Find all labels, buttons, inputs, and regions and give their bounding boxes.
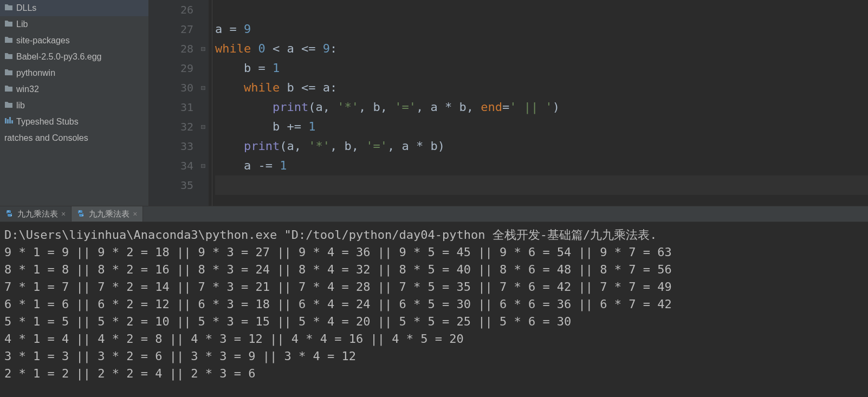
line-number[interactable]: 26 xyxy=(149,0,193,19)
folder-icon xyxy=(4,84,13,94)
run-tab-1[interactable]: 九九乘法表× xyxy=(72,206,143,222)
folder-icon xyxy=(4,101,13,110)
svg-point-4 xyxy=(8,211,9,212)
indent-guide xyxy=(212,0,212,206)
code-editor[interactable]: 262728⊟2930⊟3132⊟3334⊟35 a = 9while 0 < … xyxy=(149,0,868,206)
tree-item-win32[interactable]: win32 xyxy=(0,81,148,97)
svg-point-6 xyxy=(79,211,80,212)
line-number[interactable]: 30⊟ xyxy=(149,78,193,97)
run-tabs-bar[interactable]: 九九乘法表×九九乘法表× xyxy=(0,206,868,222)
run-tab-0[interactable]: 九九乘法表× xyxy=(0,206,72,222)
code-line[interactable]: while 0 < a <= 9: xyxy=(215,39,868,58)
typeshed-icon xyxy=(4,116,13,127)
close-icon[interactable]: × xyxy=(61,210,66,218)
code-line[interactable]: a = 9 xyxy=(215,19,868,39)
code-line[interactable] xyxy=(215,175,868,195)
tree-item-label: win32 xyxy=(16,84,39,94)
line-number[interactable]: 34⊟ xyxy=(149,156,193,175)
fold-icon[interactable]: ⊟ xyxy=(201,39,205,58)
editor-gutter: 262728⊟2930⊟3132⊟3334⊟35 xyxy=(149,0,209,206)
run-tab-label: 九九乘法表 xyxy=(89,209,129,219)
fold-icon[interactable]: ⊟ xyxy=(201,156,205,175)
python-file-icon xyxy=(77,209,86,219)
folder-icon xyxy=(4,36,13,45)
run-console-output[interactable]: D:\Users\liyinhua\Anaconda3\python.exe "… xyxy=(0,222,868,397)
fold-icon[interactable]: ⊟ xyxy=(201,78,205,97)
line-number[interactable]: 27 xyxy=(149,19,193,39)
run-tab-label: 九九乘法表 xyxy=(17,209,58,219)
tree-item-site-packages[interactable]: site-packages xyxy=(0,32,148,49)
svg-rect-2 xyxy=(9,117,11,123)
svg-rect-0 xyxy=(5,118,7,123)
close-icon[interactable]: × xyxy=(133,210,137,218)
line-number[interactable]: 33 xyxy=(149,136,193,156)
code-line[interactable] xyxy=(215,0,868,19)
line-number[interactable]: 35 xyxy=(149,175,193,195)
tree-item-label: pythonwin xyxy=(16,68,55,78)
folder-icon xyxy=(4,68,13,78)
tree-item-label: Typeshed Stubs xyxy=(16,117,79,127)
svg-rect-1 xyxy=(7,119,9,123)
code-line[interactable]: while b <= a: xyxy=(215,78,868,97)
tree-item-label: Babel-2.5.0-py3.6.egg xyxy=(16,52,101,62)
folder-icon xyxy=(4,52,13,62)
code-line[interactable]: a -= 1 xyxy=(215,156,868,175)
editor-code-area[interactable]: a = 9while 0 < a <= 9: b = 1 while b <= … xyxy=(209,0,868,206)
tree-item-typeshed-stubs[interactable]: Typeshed Stubs xyxy=(0,114,148,130)
tree-item-lib[interactable]: Lib xyxy=(0,16,148,32)
tree-item-lib[interactable]: lib xyxy=(0,97,148,114)
fold-icon[interactable]: ⊟ xyxy=(201,117,205,136)
svg-rect-3 xyxy=(11,120,13,123)
project-sidebar[interactable]: DLLsLibsite-packagesBabel-2.5.0-py3.6.eg… xyxy=(0,0,149,206)
svg-point-5 xyxy=(11,215,12,216)
folder-icon xyxy=(4,19,13,29)
line-number[interactable]: 31 xyxy=(149,97,193,117)
tree-item-pythonwin[interactable]: pythonwin xyxy=(0,65,148,81)
tree-item-dlls[interactable]: DLLs xyxy=(0,0,148,16)
code-line[interactable]: print(a, '*', b, '=', a * b, end=' || ') xyxy=(215,97,868,117)
scratches-and-consoles[interactable]: ratches and Consoles xyxy=(0,130,148,146)
tree-item-label: DLLs xyxy=(16,3,36,13)
svg-point-7 xyxy=(82,215,83,216)
tree-item-label: Lib xyxy=(16,19,28,29)
code-line[interactable]: b = 1 xyxy=(215,58,868,78)
line-number[interactable]: 29 xyxy=(149,58,193,78)
scratches-label: ratches and Consoles xyxy=(4,133,88,143)
tree-item-label: site-packages xyxy=(16,36,70,45)
tree-item-babel-2-5-0-py3-6-egg[interactable]: Babel-2.5.0-py3.6.egg xyxy=(0,49,148,65)
code-line[interactable]: print(a, '*', b, '=', a * b) xyxy=(215,136,868,156)
line-number[interactable]: 32⊟ xyxy=(149,117,193,136)
tree-item-label: lib xyxy=(16,101,25,110)
line-number[interactable]: 28⊟ xyxy=(149,39,193,58)
code-line[interactable]: b += 1 xyxy=(215,117,868,136)
folder-icon xyxy=(4,3,13,13)
python-file-icon xyxy=(5,209,14,219)
